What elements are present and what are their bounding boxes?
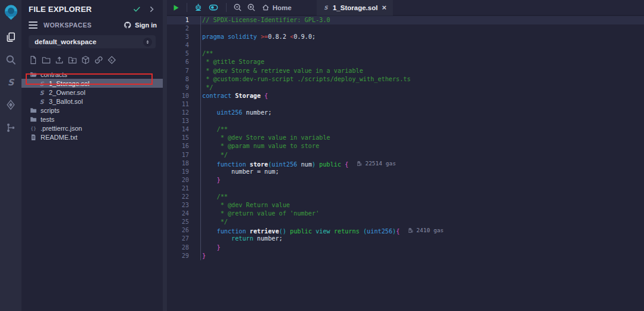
caret-updown-icon (145, 39, 150, 45)
workspace-select[interactable]: default_workspace (29, 35, 156, 48)
code-text: /** (200, 50, 644, 58)
cube-button[interactable] (81, 56, 90, 67)
code-text: } (200, 244, 644, 252)
workspaces-menu-icon[interactable] (29, 21, 38, 29)
code-line-1[interactable]: 1// SPDX-License-Identifier: GPL-3.0 (167, 16, 644, 24)
code-line-9[interactable]: 9 */ (167, 84, 644, 92)
workspace-caret (143, 38, 152, 47)
code-line-6[interactable]: 6 * @title Storage (167, 58, 644, 66)
code-text: * @dev Return value (200, 201, 644, 210)
panel-title: FILE EXPLORER (29, 5, 133, 14)
text-file-icon (30, 134, 37, 141)
line-number: 23 (167, 201, 200, 210)
code-editor[interactable]: 1// SPDX-License-Identifier: GPL-3.023pr… (167, 16, 644, 311)
file-tree-item-3-ballot-sol[interactable]: S3_Ballot.sol (21, 97, 163, 106)
svg-text:S: S (324, 5, 328, 11)
json-file-icon: {} (30, 125, 37, 132)
code-line-8[interactable]: 8 * @custom:dev-run-script ./scripts/dep… (167, 75, 644, 84)
file-tree-item-tests[interactable]: tests (21, 115, 163, 124)
github-icon (123, 21, 132, 29)
line-number: 3 (167, 33, 200, 41)
sidebar-item-file-explorer[interactable] (0, 27, 21, 47)
code-line-21[interactable]: 21 (167, 184, 644, 193)
tab-1-storage-sol[interactable]: S1_Storage.sol× (317, 0, 393, 16)
check-icon[interactable] (133, 5, 141, 13)
code-line-19[interactable]: 19 number = num; (167, 168, 644, 176)
line-number: 6 (167, 58, 200, 66)
github-sign-in-button[interactable]: Sign in (123, 21, 157, 29)
code-line-23[interactable]: 23 * @dev Return value (167, 201, 644, 210)
ai-copilot-toggle[interactable] (205, 0, 222, 16)
code-line-5[interactable]: 5/** (167, 50, 644, 58)
code-line-3[interactable]: 3pragma solidity >=0.8.2 <0.9.0; (167, 33, 644, 41)
file-tree-item-scripts[interactable]: scripts (21, 106, 163, 115)
line-number: 15 (167, 134, 200, 142)
code-line-14[interactable]: 14 /** (167, 125, 644, 134)
zoom-out-button[interactable] (231, 0, 244, 16)
file-tree-item--prettierrc-json[interactable]: {}.prettierrc.json (21, 124, 163, 133)
code-text (200, 184, 644, 193)
run-script-button[interactable] (169, 0, 182, 16)
code-line-24[interactable]: 24 * @return value of 'number' (167, 210, 644, 218)
editor-tabbar: Home S1_Storage.sol× (167, 0, 644, 16)
workspace-selected-value: default_workspace (35, 38, 143, 45)
tab-close-icon[interactable]: × (381, 4, 387, 11)
file-label: .prettierrc.json (41, 125, 82, 132)
zoom-in-button[interactable] (244, 0, 258, 16)
code-text: function retrieve() public view returns … (200, 226, 644, 235)
line-number: 22 (167, 193, 200, 201)
line-number: 1 (167, 16, 200, 24)
code-line-18[interactable]: 18 function store(uint256 num) public {2… (167, 159, 644, 168)
svg-text:S: S (39, 98, 44, 104)
code-line-13[interactable]: 13 (167, 117, 644, 125)
activity-bar: S (0, 0, 21, 311)
file-tree-item-2-owner-sol[interactable]: S2_Owner.sol (21, 88, 163, 97)
line-number: 25 (167, 218, 200, 226)
sidebar-item-solidity-compiler[interactable]: S (0, 72, 21, 93)
code-line-25[interactable]: 25 */ (167, 218, 644, 226)
link-button[interactable] (94, 56, 103, 67)
upload-folder-button[interactable] (68, 56, 77, 67)
file-actions-toolbar (21, 56, 163, 66)
code-text: /** (200, 125, 644, 134)
ai-assistant-button[interactable] (191, 0, 205, 16)
file-tree-item-readme-txt[interactable]: README.txt (21, 133, 163, 141)
code-line-16[interactable]: 16 * @param num value to store (167, 142, 644, 150)
line-number: 19 (167, 168, 200, 176)
file-label: README.txt (41, 134, 78, 141)
remix-ide-window: S FILE EXPLORER WORKSPACES Sign in defau… (0, 0, 644, 311)
sidebar-item-deploy-and-run[interactable] (0, 95, 21, 115)
home-button[interactable]: Home (258, 4, 295, 11)
workspaces-row: WORKSPACES Sign in (29, 19, 157, 31)
new-folder-button[interactable] (42, 56, 51, 67)
code-line-11[interactable]: 11 (167, 100, 644, 109)
line-number: 24 (167, 210, 200, 218)
line-number: 2 (167, 24, 200, 33)
code-line-4[interactable]: 4 (167, 41, 644, 50)
line-number: 28 (167, 244, 200, 252)
code-line-15[interactable]: 15 * @dev Store value in variable (167, 134, 644, 142)
code-line-12[interactable]: 12 uint256 number; (167, 109, 644, 117)
code-text: * @dev Store value in variable (200, 134, 644, 142)
line-number: 29 (167, 252, 200, 260)
code-line-10[interactable]: 10contract Storage { (167, 92, 644, 100)
upload-file-button[interactable] (55, 56, 64, 67)
file-explorer-panel: FILE EXPLORER WORKSPACES Sign in default… (21, 0, 163, 311)
code-line-20[interactable]: 20 } (167, 176, 644, 184)
code-line-28[interactable]: 28 } (167, 244, 644, 252)
code-line-29[interactable]: 29} (167, 252, 644, 260)
code-text: */ (200, 84, 644, 92)
code-line-26[interactable]: 26 function retrieve() public view retur… (167, 226, 644, 235)
sidebar-item-search[interactable] (0, 50, 21, 70)
new-file-button[interactable] (29, 56, 38, 67)
sidebar-item-git[interactable] (0, 118, 21, 138)
panel-resize-handle[interactable] (163, 0, 167, 311)
code-line-7[interactable]: 7 * @dev Store & retrieve value in a var… (167, 67, 644, 75)
code-line-2[interactable]: 2 (167, 24, 644, 33)
code-line-22[interactable]: 22 /** (167, 193, 644, 201)
diamond-button[interactable] (107, 56, 116, 67)
chevron-right-icon[interactable] (148, 5, 156, 13)
code-line-17[interactable]: 17 */ (167, 151, 644, 159)
code-line-27[interactable]: 27 return number; (167, 235, 644, 243)
code-text: * @title Storage (200, 58, 644, 66)
